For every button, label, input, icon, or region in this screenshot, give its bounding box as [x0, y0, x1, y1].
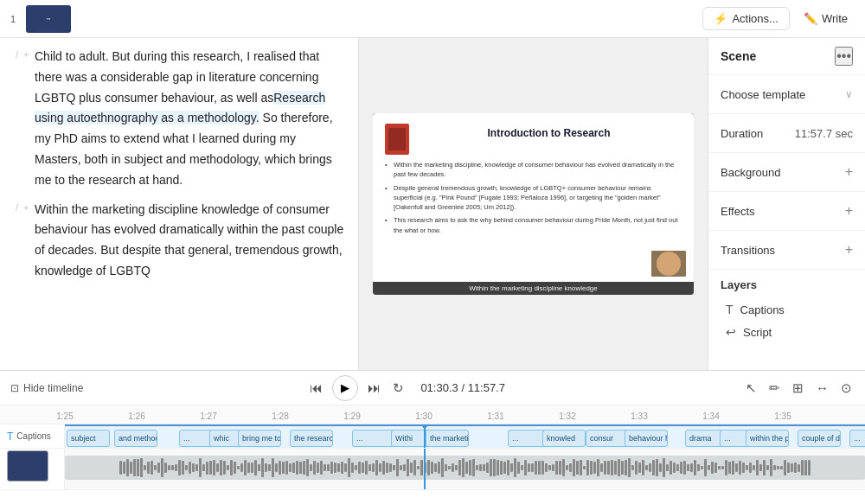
waveform-bar [265, 463, 267, 473]
waveform-bar [268, 464, 271, 471]
caption-chip[interactable]: subject [67, 430, 110, 447]
cursor-tool-button[interactable]: ↖ [743, 378, 759, 399]
waveform-bar [185, 465, 188, 470]
waveform-bar [303, 461, 305, 475]
caption-chip[interactable]: consur [586, 430, 629, 447]
loop-button[interactable]: ↻ [390, 378, 407, 399]
waveform-bar [490, 459, 492, 476]
caption-chip[interactable]: behaviour has [625, 430, 668, 447]
pen-tool-button[interactable]: ✏ [766, 378, 783, 399]
expand-tool-button[interactable]: ↔ [813, 378, 831, 398]
waveform-bar [666, 464, 669, 472]
ruler-tick: 1:26 [128, 411, 144, 421]
waveform-bar [182, 461, 184, 475]
transitions-add-button[interactable]: + [845, 243, 853, 257]
audio-track-content[interactable] [65, 449, 865, 489]
playback-controls: ⏮ ▶ ⏭ ↻ [307, 375, 407, 401]
right-panel: Scene ••• Choose template ∨ Duration 11:… [708, 38, 865, 370]
waveform-bar [313, 461, 316, 475]
waveform-bar [164, 463, 167, 472]
waveform-bar [317, 463, 319, 472]
waveform-bar [452, 463, 454, 473]
waveform-bar [524, 460, 527, 476]
segment-actions-2[interactable]: / + [14, 201, 31, 214]
effects-add-button[interactable]: + [845, 204, 853, 218]
caption-chip[interactable]: the marketing discip [426, 430, 469, 447]
waveform-bar [690, 463, 693, 472]
waveform-bar [611, 460, 613, 476]
transcript-panel[interactable]: / + Child to adult. But during this rese… [0, 38, 359, 370]
choose-template-row[interactable]: Choose template ∨ [721, 82, 853, 106]
effects-row[interactable]: Effects + [721, 199, 853, 223]
waveform-bar [445, 464, 447, 472]
caption-chip[interactable]: ... [849, 430, 865, 447]
caption-chip[interactable]: knowled [542, 430, 586, 447]
skip-forward-button[interactable]: ⏭ [365, 378, 383, 398]
waveform-bar [462, 458, 465, 477]
actions-button[interactable]: ⚡ Actions... [702, 7, 789, 30]
waveform-bar [417, 466, 420, 469]
transitions-row[interactable]: Transitions + [721, 238, 853, 262]
waveform-bar [202, 464, 205, 471]
timeline-tracks[interactable]: T Captions subjectand methodology,...whi… [0, 424, 865, 504]
background-add-button[interactable]: + [845, 165, 853, 179]
waveform-bar [431, 462, 433, 475]
play-button[interactable]: ▶ [332, 375, 358, 401]
more-options-button[interactable]: ••• [835, 47, 853, 66]
effects-section: Effects + [708, 192, 865, 231]
segment-split-button[interactable]: / [14, 48, 20, 61]
waveform-bar [227, 465, 229, 470]
hide-timeline-button[interactable]: ⊡ Hide timeline [10, 382, 83, 394]
layers-section: Layers T Captions ↩ Script [708, 270, 865, 352]
waveform-bar [801, 460, 804, 475]
waveform-bar [614, 461, 617, 475]
waveform-bar [178, 460, 181, 475]
waveform-bar [580, 460, 582, 475]
waveform-bar [379, 463, 381, 472]
background-label: Background [721, 166, 780, 179]
caption-chip[interactable]: within the p [746, 430, 789, 447]
write-button[interactable]: ✏️ Write [797, 8, 855, 29]
caption-chip[interactable]: ... [352, 430, 395, 447]
crop-tool-button[interactable]: ⊞ [790, 378, 806, 399]
waveform-bar [192, 463, 195, 472]
script-icon: ↩ [726, 325, 736, 339]
captions-layer-label: Captions [740, 303, 785, 316]
segment-add-button-2[interactable]: + [22, 201, 30, 214]
caption-chip[interactable]: and methodology, [114, 430, 157, 447]
waveform-bar [645, 465, 648, 469]
waveform-bar [545, 463, 548, 471]
caption-chip[interactable]: the research at [290, 430, 333, 447]
duration-label: Duration [721, 127, 763, 140]
zoom-tool-button[interactable]: ⊙ [838, 378, 855, 399]
waveform-bar [365, 461, 368, 474]
waveform-bar [566, 465, 568, 470]
waveform-bar [306, 459, 309, 476]
waveform-bar [652, 460, 655, 475]
segment-add-button[interactable]: + [22, 48, 30, 61]
segment-actions[interactable]: / + [14, 48, 31, 61]
waveform-bar [133, 459, 136, 477]
waveform-bar [344, 463, 347, 471]
waveform-bar [348, 458, 350, 476]
segment-split-button-2[interactable]: / [14, 201, 20, 214]
monitor-icon: ⊡ [10, 382, 19, 394]
waveform-bar [552, 464, 554, 472]
waveform-bar [261, 458, 264, 477]
captions-track-content[interactable]: subjectand methodology,...whicbring me t… [65, 424, 865, 448]
captions-layer-item[interactable]: T Captions [721, 298, 853, 321]
waveform-bar [569, 463, 572, 472]
caption-chip[interactable]: bring me to [238, 430, 281, 447]
waveform-bar [393, 465, 395, 470]
skip-back-button[interactable]: ⏮ [307, 378, 325, 398]
background-row[interactable]: Background + [721, 160, 853, 184]
transitions-label: Transitions [721, 244, 775, 257]
waveform-bar [507, 460, 509, 475]
waveform-bar [351, 463, 354, 474]
caption-chip[interactable]: couple of de: [798, 430, 841, 447]
waveform-bar [119, 461, 122, 475]
waveform-bar [597, 459, 599, 477]
waveform-bar [756, 460, 759, 475]
time-display: 01:30.3 / 11:57.7 [420, 381, 505, 394]
script-layer-item[interactable]: ↩ Script [721, 321, 853, 343]
